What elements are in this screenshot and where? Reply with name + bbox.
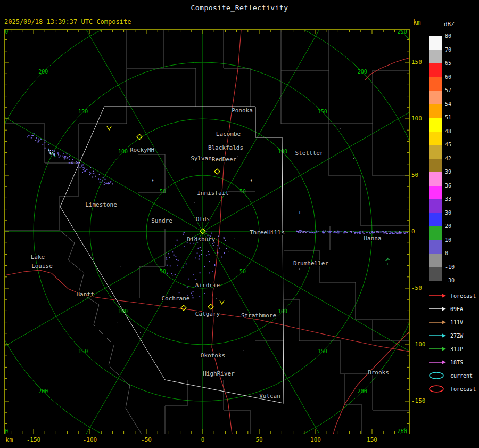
map-mark: * — [151, 178, 155, 185]
range-ring-label: 150 — [318, 109, 327, 115]
site-diamond-icon — [214, 169, 220, 174]
range-ring-label: 100 — [118, 308, 128, 314]
city-label: Calgary — [195, 311, 220, 317]
map-mark: * — [250, 178, 253, 185]
range-ring-label: 150 — [78, 348, 88, 354]
city-label: Hanna — [364, 235, 381, 242]
radar-map: 5050505010010010010015015015015020020020… — [0, 0, 479, 448]
polar-grid — [0, 0, 479, 448]
range-ring-label: 100 — [278, 149, 287, 154]
city-label: Lacombe — [216, 131, 241, 137]
site-diamond-icon — [181, 305, 186, 311]
city-label: RockyMH — [130, 146, 154, 153]
range-ring-label: 200 — [38, 69, 48, 75]
city-label: Stettler — [295, 150, 324, 157]
city-label: Strathmore — [241, 312, 276, 319]
city-label: Cochrane — [162, 295, 190, 302]
range-ring-label: 200 — [358, 69, 367, 75]
city-label: HighRiver — [203, 370, 235, 377]
city-label: Okotoks — [201, 352, 225, 359]
city-label: Vulcan — [259, 393, 280, 400]
radar-window: Composite_Reflectivity 2025/09/18 13:39:… — [0, 0, 479, 448]
city-label: ThreeHills — [250, 229, 285, 236]
range-ring-label: 100 — [118, 149, 128, 154]
range-ring-label: 200 — [38, 388, 48, 394]
range-ring-label: 150 — [318, 348, 327, 354]
city-label: Banff — [76, 291, 94, 298]
range-ring-label: 50 — [240, 268, 246, 274]
city-label: Blackfalds — [208, 144, 243, 151]
city-label: RedDeer — [212, 156, 237, 163]
city-label: Sundre — [151, 217, 172, 224]
range-ring-label: 150 — [78, 109, 88, 115]
caret-marker-icon — [220, 300, 224, 304]
range-ring-label: 50 — [160, 268, 166, 274]
city-label: Sylvan — [191, 155, 212, 162]
city-label: Olds — [196, 216, 210, 223]
city-label: Ponoka — [232, 107, 253, 114]
city-label: Louise — [31, 263, 53, 270]
range-ring-label: 100 — [278, 308, 287, 314]
caret-marker-icon — [107, 126, 111, 130]
city-label: Lake — [31, 254, 45, 260]
city-label: Airdrie — [195, 282, 220, 289]
range-ring-label: 200 — [358, 388, 367, 394]
range-ring-label: 250 — [398, 428, 407, 434]
map-mark: + — [298, 209, 302, 216]
km-unit-bottom: km — [5, 436, 13, 444]
city-label: Didsbury — [187, 236, 216, 243]
city-label: Innisfail — [197, 190, 229, 197]
city-label: Brooks — [368, 369, 389, 376]
city-label: Limestone — [85, 201, 117, 208]
range-ring-label: 250 — [0, 428, 8, 434]
coverage-outline — [60, 107, 284, 403]
city-label: Drumheller — [293, 260, 329, 267]
map-layers: 5050505010010010010015015015015020020020… — [0, 0, 479, 448]
